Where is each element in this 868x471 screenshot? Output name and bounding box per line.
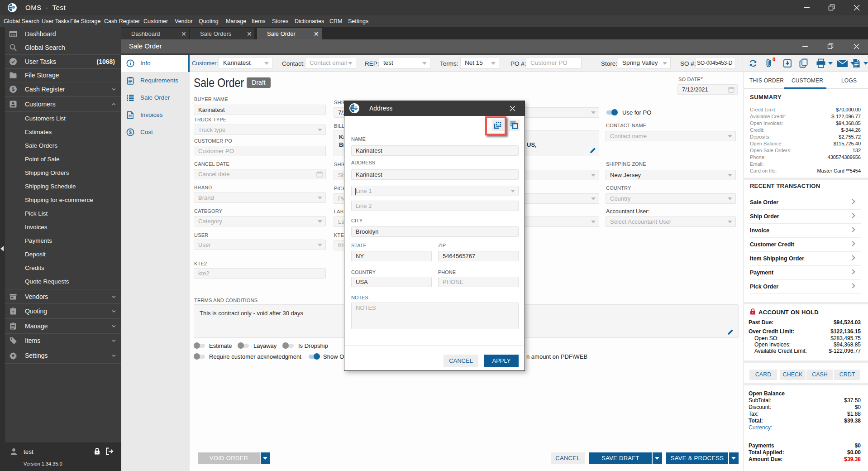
svg-text:IN: IN	[129, 114, 132, 117]
svg-text:?: ?	[12, 309, 14, 314]
svg-text:$: $	[12, 87, 14, 92]
svg-text:$: $	[129, 130, 132, 135]
